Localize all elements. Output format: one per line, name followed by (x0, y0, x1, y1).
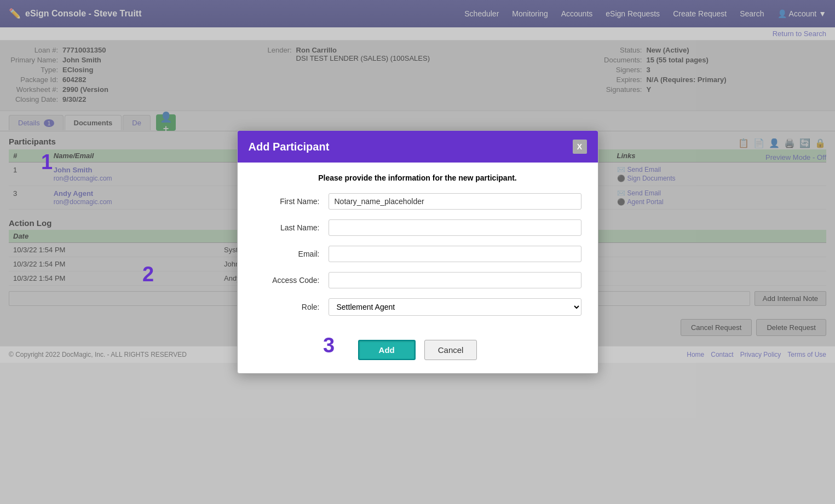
email-label: Email: (254, 250, 320, 258)
email-input[interactable] (329, 246, 581, 262)
add-participant-modal: Add Participant X Please provide the inf… (237, 130, 598, 363)
step-1-label: 1 (41, 150, 53, 174)
role-label: Role: (254, 303, 320, 311)
access-code-row: Access Code: (254, 272, 581, 288)
email-row: Email: (254, 246, 581, 262)
modal-cancel-button[interactable]: Cancel (424, 340, 477, 360)
step-2-label: 2 (142, 263, 154, 286)
first-name-row: First Name: (254, 193, 581, 210)
last-name-row: Last Name: (254, 219, 581, 236)
role-select[interactable]: Settlement Agent Notary Borrower Co-Borr… (329, 298, 581, 316)
modal-overlay: 1 2 3 Add Participant X Please provide t… (0, 0, 835, 363)
modal-footer: Add Cancel (238, 331, 598, 363)
first-name-label: First Name: (254, 197, 320, 206)
modal-title: Add Participant (249, 141, 330, 153)
modal-body: Please provide the information for the n… (238, 163, 598, 331)
modal-subtitle: Please provide the information for the n… (254, 173, 581, 182)
modal-close-button[interactable]: X (573, 140, 587, 154)
modal-header: Add Participant X (238, 131, 598, 163)
access-code-input[interactable] (329, 272, 581, 288)
modal-add-button[interactable]: Add (358, 340, 416, 360)
first-name-input[interactable] (329, 193, 581, 210)
access-code-label: Access Code: (254, 276, 320, 285)
role-row: Role: Settlement Agent Notary Borrower C… (254, 298, 581, 316)
last-name-input[interactable] (329, 219, 581, 236)
last-name-label: Last Name: (254, 223, 320, 232)
